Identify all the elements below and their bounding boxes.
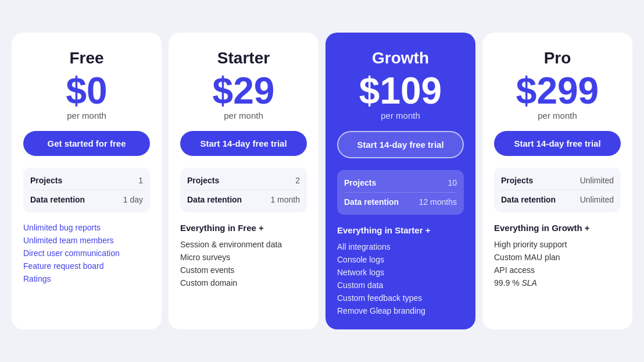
feature-item: Custom domain bbox=[180, 278, 307, 288]
spec-label: Data retention bbox=[344, 197, 399, 207]
plan-card-free: Free$0per monthGet started for freeProje… bbox=[12, 33, 162, 329]
spec-row: Data retention12 months bbox=[344, 192, 457, 211]
plan-name-growth: Growth bbox=[337, 49, 464, 68]
feature-item: Console logs bbox=[337, 255, 464, 264]
feature-list-starter: Session & environment dataMicro surveysC… bbox=[180, 240, 307, 288]
feature-list-pro: High priority supportCustom MAU planAPI … bbox=[494, 240, 621, 288]
spec-label: Data retention bbox=[501, 195, 556, 204]
spec-row: Data retention1 month bbox=[187, 190, 300, 209]
feature-item: High priority support bbox=[494, 240, 621, 249]
plan-name-pro: Pro bbox=[494, 49, 621, 68]
feature-item: Remove Gleap branding bbox=[337, 306, 464, 315]
spec-label: Projects bbox=[344, 178, 376, 187]
spec-row: Projects1 bbox=[30, 171, 143, 190]
feature-item: Unlimited bug reports bbox=[23, 223, 150, 232]
section-header-pro: Everything in Growth + bbox=[494, 223, 621, 233]
feature-list-growth: All integrationsConsole logsNetwork logs… bbox=[337, 242, 464, 315]
feature-item: Custom feedback types bbox=[337, 293, 464, 303]
spec-value: 1 bbox=[138, 176, 143, 185]
feature-item: Micro surveys bbox=[180, 253, 307, 262]
plan-period-growth: per month bbox=[337, 111, 464, 120]
plan-price-free: $0 bbox=[23, 72, 150, 109]
spec-row: Projects2 bbox=[187, 171, 300, 190]
pricing-container: Free$0per monthGet started for freeProje… bbox=[12, 33, 632, 329]
specs-box-free: Projects1Data retention1 day bbox=[23, 168, 150, 212]
section-header-growth: Everything in Starter + bbox=[337, 225, 464, 235]
feature-item: Session & environment data bbox=[180, 240, 307, 249]
plan-name-free: Free bbox=[23, 49, 150, 68]
spec-value: 12 months bbox=[419, 197, 457, 207]
spec-row: Data retentionUnlimited bbox=[501, 190, 614, 209]
feature-item: Ratings bbox=[23, 274, 150, 283]
feature-item: Custom data bbox=[337, 281, 464, 290]
feature-item: API access bbox=[494, 265, 621, 275]
feature-item: Direct user communication bbox=[23, 249, 150, 258]
cta-button-free[interactable]: Get started for free bbox=[23, 131, 150, 156]
specs-box-growth: Projects10Data retention12 months bbox=[337, 170, 464, 215]
spec-row: Projects10 bbox=[344, 173, 457, 192]
plan-period-pro: per month bbox=[494, 111, 621, 120]
plan-card-growth: Growth$109per monthStart 14-day free tri… bbox=[325, 33, 475, 329]
spec-label: Projects bbox=[501, 176, 533, 185]
feature-item: Custom events bbox=[180, 265, 307, 275]
feature-item: Feature request board bbox=[23, 261, 150, 271]
spec-value: Unlimited bbox=[580, 176, 614, 185]
spec-label: Data retention bbox=[187, 195, 242, 204]
cta-button-pro[interactable]: Start 14-day free trial bbox=[494, 131, 621, 156]
spec-row: ProjectsUnlimited bbox=[501, 171, 614, 190]
spec-value: 10 bbox=[448, 178, 457, 187]
spec-label: Projects bbox=[30, 176, 62, 185]
plan-name-starter: Starter bbox=[180, 49, 307, 68]
spec-row: Data retention1 day bbox=[30, 190, 143, 209]
section-header-starter: Everything in Free + bbox=[180, 223, 307, 233]
spec-value: 2 bbox=[295, 176, 300, 185]
feature-item: Network logs bbox=[337, 268, 464, 277]
feature-item: Unlimited team members bbox=[23, 236, 150, 245]
plan-period-free: per month bbox=[23, 111, 150, 120]
plan-price-starter: $29 bbox=[180, 72, 307, 109]
cta-button-growth[interactable]: Start 14-day free trial bbox=[337, 131, 464, 158]
spec-label: Projects bbox=[187, 176, 219, 185]
plan-period-starter: per month bbox=[180, 111, 307, 120]
spec-value: 1 month bbox=[270, 195, 300, 204]
plan-price-pro: $299 bbox=[494, 72, 621, 109]
cta-button-starter[interactable]: Start 14-day free trial bbox=[180, 131, 307, 156]
feature-item: All integrations bbox=[337, 242, 464, 251]
spec-value: Unlimited bbox=[580, 195, 614, 204]
plan-card-starter: Starter$29per monthStart 14-day free tri… bbox=[169, 33, 319, 329]
plan-price-growth: $109 bbox=[337, 72, 464, 109]
feature-item: 99.9 % SLA bbox=[494, 278, 621, 288]
spec-label: Data retention bbox=[30, 195, 85, 204]
feature-list-free: Unlimited bug reportsUnlimited team memb… bbox=[23, 223, 150, 283]
specs-box-pro: ProjectsUnlimitedData retentionUnlimited bbox=[494, 168, 621, 212]
specs-box-starter: Projects2Data retention1 month bbox=[180, 168, 307, 212]
feature-item: Custom MAU plan bbox=[494, 253, 621, 262]
spec-value: 1 day bbox=[123, 195, 143, 204]
plan-card-pro: Pro$299per monthStart 14-day free trialP… bbox=[482, 33, 632, 329]
